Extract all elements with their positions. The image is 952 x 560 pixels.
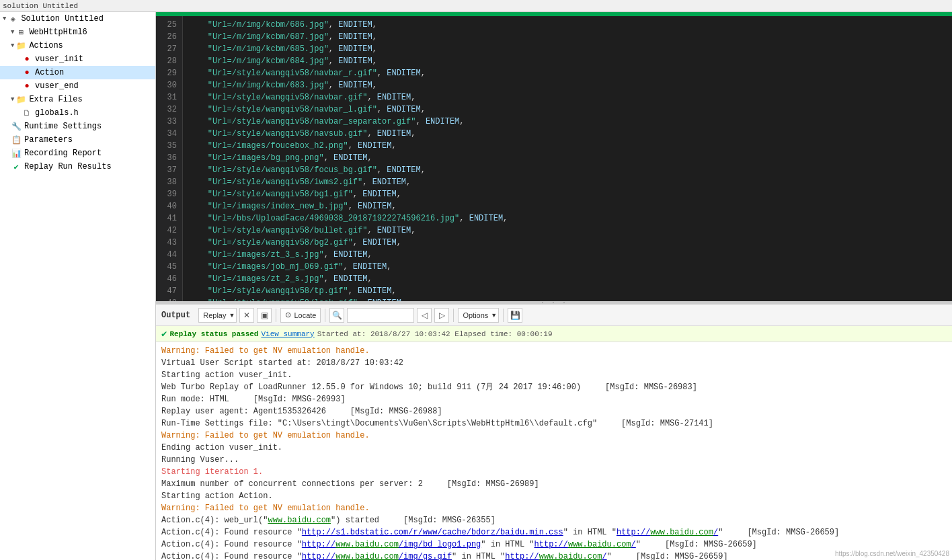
code-line: "Url=/style/wangqiv58/bg1.gif", ENDITEM,: [188, 188, 947, 200]
toolbar-separator-1: [276, 309, 276, 322]
toolbar-separator-2: [325, 309, 325, 322]
code-line: "Url=/bbs/UploadFace/4969038_20187192227…: [188, 212, 947, 225]
output-log-line: Maximum number of concurrent connections…: [161, 478, 947, 490]
sidebar-item-solution[interactable]: ▼◈Solution Untitled: [0, 12, 155, 26]
code-editor[interactable]: 2526272829303132333435363738394041424344…: [156, 16, 952, 301]
search-icon-btn[interactable]: 🔍: [329, 308, 344, 323]
options-dropdown-arrow[interactable]: ▼: [491, 312, 497, 319]
sidebar: ▼◈Solution Untitled▼⊞WebHttpHtml6▼📁Actio…: [0, 12, 156, 560]
sidebar-item-vuser_end[interactable]: ●vuser_end: [0, 79, 155, 93]
line-number: 34: [161, 128, 177, 140]
solution-title: solution Untitled: [3, 2, 78, 10]
sidebar-item-actions[interactable]: ▼📁Actions: [0, 39, 155, 52]
line-number: 45: [161, 261, 177, 273]
output-log-line: Replay user agent: Agent1535326426 [MsgI…: [161, 405, 947, 417]
options-label: Options: [463, 311, 488, 319]
pause-button[interactable]: ▣: [257, 308, 272, 323]
project-icon: ⊞: [15, 27, 26, 38]
code-line: "Url=/style/wangqiv58/tp.gif", ENDITEM,: [188, 285, 947, 297]
save-button[interactable]: 💾: [508, 308, 522, 323]
expand-icon: ▼: [11, 96, 14, 103]
line-number: 31: [161, 91, 177, 104]
sidebar-item-extra_files[interactable]: ▼📁Extra Files: [0, 93, 155, 106]
line-number: 47: [161, 285, 177, 297]
top-bar: solution Untitled: [0, 0, 952, 12]
code-line: "Url=/style/wangqiv58/navbar_separator.g…: [188, 116, 947, 128]
output-log-line: Action.c(4): Found resource "http://www.…: [161, 551, 947, 560]
sidebar-item-replay_run_results[interactable]: ✔Replay Run Results: [0, 160, 155, 173]
sidebar-item-label: vuser_end: [35, 81, 79, 91]
solution-icon: ◈: [7, 13, 18, 24]
sidebar-item-webhttphtml6[interactable]: ▼⊞WebHttpHtml6: [0, 26, 155, 39]
search-input[interactable]: [347, 308, 414, 323]
watermark: https://blog.csdn.net/weixin_42350428: [835, 550, 949, 557]
code-line: "Url=/style/wangqiv58/navbar_r.gif", END…: [188, 67, 947, 79]
line-number: 40: [161, 200, 177, 212]
code-line: "Url=/images/foucebox_h2.png", ENDITEM,: [188, 140, 947, 152]
settings-icon: 🔧: [11, 121, 22, 132]
locate-icon: ⊙: [285, 311, 291, 319]
sidebar-item-label: globals.h: [35, 108, 79, 118]
output-log-line: Action.c(4): Found resource "http://www.…: [161, 538, 947, 551]
view-summary-link[interactable]: View summary: [261, 330, 314, 338]
sidebar-item-label: Recording Report: [24, 149, 102, 158]
sidebar-item-vuser_init[interactable]: ●vuser_init: [0, 52, 155, 66]
sidebar-item-label: WebHttpHtml6: [29, 28, 87, 37]
line-number: 38: [161, 176, 177, 188]
output-log-line: Web Turbo Replay of LoadRunner 12.55.0 f…: [161, 381, 947, 393]
expand-icon: ▼: [11, 42, 14, 49]
sidebar-item-label: Replay Run Results: [24, 162, 112, 171]
code-line: "Url=/m/img/kcbm/684.jpg", ENDITEM,: [188, 55, 947, 67]
status-passed-label: Replay status passed: [169, 330, 258, 338]
replay-button[interactable]: Replay ▼: [198, 308, 237, 323]
output-log-line: Warning: Failed to get NV emulation hand…: [161, 502, 947, 514]
code-content[interactable]: "Url=/m/img/kcbm/686.jpg", ENDITEM, "Url…: [183, 16, 952, 301]
status-check-icon: ✔: [161, 328, 167, 339]
status-time: Started at: 2018/8/27 10:03:42 Elapsed t…: [317, 330, 553, 338]
line-number: 37: [161, 164, 177, 176]
code-line: "Url=/images/job_mj_069.gif", ENDITEM,: [188, 261, 947, 273]
output-log-line: Starting action vuser_init.: [161, 369, 947, 381]
options-button[interactable]: Options ▼: [458, 308, 499, 323]
results-icon: ✔: [11, 161, 22, 172]
code-line: "Url=/style/wangqiv58/navbar_l.gif", END…: [188, 104, 947, 116]
sidebar-item-runtime_settings[interactable]: 🔧Runtime Settings: [0, 120, 155, 133]
locate-button[interactable]: ⊙ Locate: [280, 308, 321, 323]
status-bar: ✔ Replay status passed View summary Star…: [156, 326, 952, 342]
output-content[interactable]: Warning: Failed to get NV emulation hand…: [156, 342, 952, 560]
toolbar-separator-4: [503, 309, 504, 322]
sidebar-item-globals_h[interactable]: 🗋globals.h: [0, 106, 155, 120]
line-number: 28: [161, 55, 177, 67]
output-log-line: Starting action Action.: [161, 490, 947, 502]
code-line: "Url=/style/wangqiv58/focus_bg.gif", END…: [188, 164, 947, 176]
line-number: 26: [161, 31, 177, 43]
code-line: "Url=/style/wangqiv58/bg2.gif", ENDITEM,: [188, 237, 947, 249]
code-line: "Url=/m/img/kcbm/683.jpg", ENDITEM,: [188, 79, 947, 91]
sidebar-item-action[interactable]: ●Action: [0, 66, 155, 79]
output-toolbar: Output Replay ▼ ✕ ▣ ⊙ Locate 🔍 ◁ ▷: [156, 305, 952, 326]
param-icon: 📋: [11, 134, 22, 145]
code-line: "Url=/images/index_new_b.jpg", ENDITEM,: [188, 200, 947, 212]
output-log-line: Action.c(4): Found resource "http://s1.b…: [161, 526, 947, 538]
nav-next-button[interactable]: ▷: [434, 308, 449, 323]
code-line: "Url=/style/wangqiv58/navbar.gif", ENDIT…: [188, 91, 947, 104]
line-number: 46: [161, 273, 177, 285]
sidebar-item-label: vuser_init: [35, 54, 83, 64]
report-icon: 📊: [11, 148, 22, 159]
stop-button[interactable]: ✕: [239, 308, 254, 323]
sidebar-item-label: Runtime Settings: [24, 122, 102, 131]
line-number: 30: [161, 79, 177, 91]
output-log-line: Running Vuser...: [161, 454, 947, 466]
replay-dropdown-arrow[interactable]: ▼: [229, 312, 235, 319]
line-number: 29: [161, 67, 177, 79]
nav-prev-button[interactable]: ◁: [417, 308, 432, 323]
line-number: 41: [161, 212, 177, 225]
line-number: 25: [161, 19, 177, 31]
sidebar-item-parameters[interactable]: 📋Parameters: [0, 133, 155, 147]
output-log-line: Warning: Failed to get NV emulation hand…: [161, 345, 947, 357]
code-line: "Url=/images/zt_3_s.jpg", ENDITEM,: [188, 249, 947, 261]
sidebar-item-recording_report[interactable]: 📊Recording Report: [0, 147, 155, 160]
output-log-line: Action.c(4): web_url("www.baidu.com") st…: [161, 514, 947, 526]
code-line: "Url=/m/img/kcbm/685.jpg", ENDITEM,: [188, 43, 947, 55]
line-number: 27: [161, 43, 177, 55]
